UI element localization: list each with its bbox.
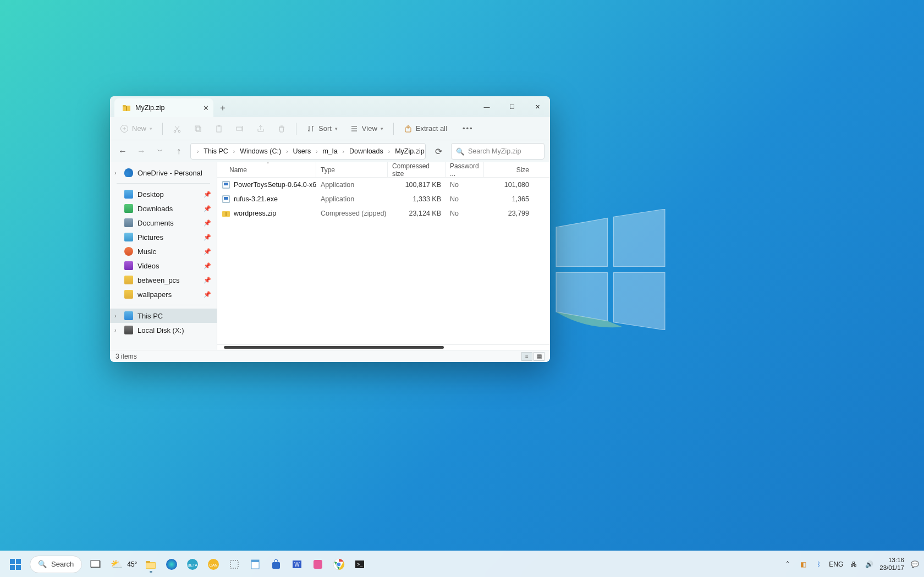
file-row[interactable]: PowerToysSetup-0.64.0-x64.exe Applicatio… [217,178,550,192]
file-row[interactable]: wordpress.zip Compressed (zipped) Fol...… [217,206,550,221]
crumb-c[interactable]: Windows (C:) [238,146,283,156]
file-rows[interactable]: PowerToysSetup-0.64.0-x64.exe Applicatio… [217,178,550,344]
taskbar-edge-beta[interactable]: BETA [183,555,202,574]
weather-widget[interactable]: ⛅ [107,555,126,574]
paste-button[interactable] [210,122,228,135]
sidebar-desktop[interactable]: Desktop📌 [110,187,217,201]
sidebar-downloads[interactable]: Downloads📌 [110,201,217,216]
svg-rect-21 [16,559,21,564]
recent-locations-button[interactable]: ﹀ [153,144,167,158]
taskbar-notepad[interactable] [246,555,265,574]
task-view-icon [90,559,101,570]
tray-bluetooth-icon[interactable]: ᛒ [813,559,823,569]
crumb-thispc[interactable]: This PC [201,146,230,156]
drive-icon [124,326,133,334]
thumbnails-view-button[interactable]: ▦ [534,352,544,361]
expand-icon[interactable]: › [114,327,116,333]
col-compressed[interactable]: Compressed size [388,162,446,177]
cut-button[interactable] [168,122,186,135]
crumb-users[interactable]: Users [291,146,314,156]
tray-clock[interactable]: 13:16 23/01/17 [879,557,904,571]
taskbar-app-pink[interactable] [309,555,327,574]
divider [117,305,210,305]
status-bar: 3 items ≡ ▦ [110,350,550,362]
sidebar-videos[interactable]: Videos📌 [110,259,217,273]
exe-icon [222,180,230,189]
svg-rect-8 [217,126,221,132]
refresh-button[interactable]: ⟳ [430,143,447,160]
crumb-downloads[interactable]: Downloads [347,146,386,156]
forward-button[interactable]: → [134,144,148,158]
tab-myzip[interactable]: MyZip.zip ✕ [114,98,213,117]
sidebar-thispc[interactable]: ›This PC [110,309,217,323]
col-type[interactable]: Type [316,162,388,177]
sidebar-localdisk[interactable]: ›Local Disk (X:) [110,323,217,337]
taskbar-explorer[interactable] [141,555,160,574]
expand-icon[interactable]: › [114,313,116,319]
taskbar-snipping[interactable] [225,555,244,574]
breadcrumb[interactable]: › This PC› Windows (C:)› Users› m_la› Do… [190,143,426,160]
taskbar-chrome[interactable] [329,555,348,574]
crumb-user[interactable]: m_la [321,146,340,156]
svg-text:BETA: BETA [188,563,197,567]
tray-network-icon[interactable]: 🖧 [849,559,859,569]
sort-indicator-icon: ˄ [267,162,270,167]
details-view-button[interactable]: ≡ [521,352,532,361]
back-button[interactable]: ← [116,144,130,158]
new-tab-button[interactable]: ＋ [213,98,232,117]
start-button[interactable] [7,556,24,573]
sidebar-pictures[interactable]: Pictures📌 [110,230,217,244]
pin-icon: 📌 [204,234,211,241]
close-button[interactable]: ✕ [525,96,550,117]
taskbar-search[interactable]: 🔍 Search [30,556,82,573]
col-size[interactable]: Size [484,162,534,177]
rename-button[interactable] [231,122,249,135]
file-row[interactable]: rufus-3.21.exe Application 1,333 KB No 1… [217,192,550,206]
search-box[interactable]: 🔍 Search MyZip.zip [451,143,544,160]
copy-button[interactable] [189,122,207,135]
tray-notifications-icon[interactable]: 💬 [910,559,920,569]
col-password[interactable]: Password ... [446,162,484,177]
scrollbar-thumb[interactable] [224,346,444,349]
minimize-button[interactable]: — [474,96,499,117]
delete-button[interactable] [273,122,290,135]
weather-temp[interactable]: 45° [127,560,137,568]
svg-rect-28 [146,563,155,568]
tray-app-icon[interactable]: ◧ [798,559,808,569]
taskbar-word[interactable]: W [288,555,306,574]
maximize-button[interactable]: ☐ [499,96,525,117]
sidebar-betweenpcs[interactable]: between_pcs📌 [110,273,217,287]
more-button[interactable]: ••• [458,122,478,135]
tray-volume-icon[interactable]: 🔊 [864,559,874,569]
svg-rect-6 [195,126,200,130]
paste-icon [215,124,223,133]
search-icon: 🔍 [456,147,465,156]
sidebar-documents[interactable]: Documents📌 [110,216,217,230]
taskbar-terminal[interactable]: >_ [350,555,369,574]
weather-icon: ⛅ [111,558,123,570]
videos-icon [124,261,133,270]
up-button[interactable]: ↑ [172,144,186,158]
horizontal-scrollbar[interactable] [217,344,550,350]
sidebar-onedrive[interactable]: › OneDrive - Personal [110,166,217,180]
taskbar-edge[interactable] [162,555,181,574]
taskbar-edge-canary[interactable]: CAN [204,555,223,574]
tray-overflow[interactable]: ˄ [783,559,793,569]
taskbar: 🔍 Search ⛅ 45° BETA CAN W >_ ˄ ◧ ᛒ ENG 🖧… [0,551,924,577]
view-button[interactable]: View ▾ [345,122,388,135]
crumb-myzip[interactable]: MyZip.zip [393,146,426,156]
file-name-cell: PowerToysSetup-0.64.0-x64.exe [217,180,316,189]
task-view-button[interactable] [86,555,105,574]
sidebar-music[interactable]: Music📌 [110,244,217,259]
extract-all-button[interactable]: Extract all [399,122,452,135]
expand-icon[interactable]: › [114,170,116,176]
tab-close-icon[interactable]: ✕ [203,104,209,112]
sidebar-wallpapers[interactable]: wallpapers📌 [110,287,217,301]
new-button[interactable]: New ▾ [116,122,157,135]
share-button[interactable] [252,122,270,135]
pin-icon: 📌 [204,219,211,227]
taskbar-store[interactable] [267,555,285,574]
sidebar-onedrive-label: OneDrive - Personal [138,169,202,177]
tray-language[interactable]: ENG [829,560,843,568]
sort-button[interactable]: Sort ▾ [302,122,342,135]
